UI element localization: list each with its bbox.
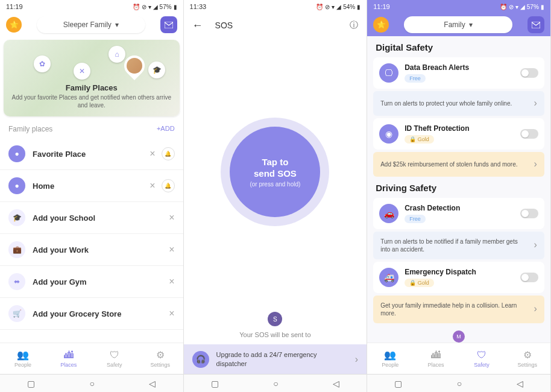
sos-text: Tap tosend SOS — [254, 156, 297, 180]
close-icon[interactable]: × — [169, 276, 174, 287]
bell-icon[interactable]: 🔔 — [162, 179, 175, 192]
family-selector[interactable]: Sleeper Family ▾ — [37, 16, 145, 33]
add-place-button[interactable]: +ADD — [157, 125, 175, 133]
alarm-icon: ⏰ — [500, 4, 507, 10]
places-content: ✿ ✕ ⌂ 🎓 Family Places Add your favorite … — [0, 36, 183, 343]
pin-icon: ● — [8, 177, 25, 194]
place-row-grocery[interactable]: 🛒 Add your Grocery Store × — [0, 298, 183, 330]
headset-icon: 🎧 — [192, 351, 209, 368]
section-label: Family places — [8, 125, 52, 133]
toggle-switch[interactable] — [520, 129, 538, 139]
messages-button[interactable] — [160, 16, 177, 33]
place-label: Favorite Place — [33, 150, 142, 159]
upgrade-text: Upgrade to add a 24/7 emergency dispatch… — [216, 350, 348, 368]
place-label: Add your Work — [33, 245, 162, 254]
nav-safety[interactable]: 🛡Safety — [459, 343, 505, 374]
status-bar: 11:19 ⏰ ⊘ ▾ ◢ 57% ▮ — [367, 0, 550, 13]
home-button[interactable]: ○ — [457, 379, 462, 388]
nav-places[interactable]: 🏙Places — [413, 343, 459, 374]
messages-button[interactable] — [527, 16, 544, 33]
recipient-avatar: S — [268, 312, 282, 326]
back-button[interactable]: ◁ — [333, 379, 339, 388]
map-card[interactable]: ✿ ✕ ⌂ 🎓 Family Places Add your favorite … — [4, 40, 180, 116]
section-header: Family places +ADD — [0, 120, 183, 138]
badge-free: Free — [405, 74, 426, 83]
nav-safety[interactable]: 🛡Safety — [92, 343, 137, 374]
work-icon: 💼 — [8, 241, 25, 258]
nav-people[interactable]: 👥People — [0, 343, 46, 374]
feature-id-theft[interactable]: ◉ ID Theft Protection 🔒 Gold — [373, 118, 544, 150]
places-icon: 🏙 — [431, 350, 441, 361]
banner-breach[interactable]: Turn on alerts to protect your whole fam… — [373, 91, 544, 116]
close-icon[interactable]: × — [169, 244, 174, 255]
ambulance-icon: 🚑 — [379, 268, 398, 287]
back-button[interactable]: ◁ — [517, 379, 523, 388]
feature-data-breach[interactable]: 🖵 Data Breach Alerts Free — [373, 57, 544, 89]
mail-icon — [532, 22, 540, 28]
place-row-home[interactable]: ● Home ×🔔 — [0, 170, 183, 202]
battery-text: 57% — [160, 4, 172, 10]
bell-icon[interactable]: 🔔 — [162, 147, 175, 160]
back-arrow-button[interactable]: ← — [192, 19, 203, 32]
wifi-icon: ▾ — [515, 4, 518, 10]
family-name: Sleeper Family — [63, 21, 112, 29]
home-button[interactable]: ○ — [273, 379, 278, 388]
signal-icon: ◢ — [520, 4, 525, 10]
status-bar: 11:33 ⏰ ⊘ ▾ ◢ 54% ▮ — [184, 0, 367, 13]
nav-settings[interactable]: ⚙Settings — [137, 343, 183, 374]
back-button[interactable]: ◁ — [149, 379, 156, 388]
chevron-right-icon: › — [534, 158, 537, 171]
recent-apps-button[interactable]: ▢ — [394, 379, 402, 388]
place-label: Home — [33, 182, 142, 191]
toggle-switch[interactable] — [520, 273, 538, 282]
banner-theft[interactable]: Add $25k reimbursement of stolen funds a… — [373, 152, 544, 177]
banner-crash[interactable]: Turn on alerts to be notified if a famil… — [373, 232, 544, 259]
sent-to-text: Your SOS will be sent to — [190, 331, 361, 338]
gear-icon: ⚙ — [156, 349, 165, 361]
place-row-school[interactable]: 🎓 Add your School × — [0, 202, 183, 234]
sos-footer: S Your SOS will be sent to — [184, 306, 367, 344]
recent-apps-button[interactable]: ▢ — [211, 379, 219, 388]
page-title: SOS — [215, 21, 338, 30]
nav-people[interactable]: 👥People — [367, 343, 413, 374]
close-icon[interactable]: × — [169, 308, 174, 319]
chevron-right-icon: › — [534, 97, 537, 110]
car-icon: 🚗 — [379, 204, 398, 223]
close-icon[interactable]: × — [150, 180, 155, 191]
close-icon[interactable]: × — [150, 148, 155, 159]
sos-button-outer: Tap tosend SOS (or press and hold) — [221, 118, 329, 226]
safety-content: Digital Safety 🖵 Data Breach Alerts Free… — [367, 36, 550, 343]
toggle-switch[interactable] — [520, 68, 538, 78]
dnd-icon: ⊘ — [325, 4, 330, 10]
upgrade-banner[interactable]: 🎧 Upgrade to add a 24/7 emergency dispat… — [184, 344, 367, 374]
banner-dispatch[interactable]: Get your family immediate help in a coll… — [373, 296, 544, 323]
family-selector[interactable]: Family ▾ — [404, 16, 512, 33]
nav-places[interactable]: 🏙Places — [46, 343, 92, 374]
map-subtitle: Add your favorite Places and get notifie… — [8, 93, 175, 109]
close-icon[interactable]: × — [169, 212, 174, 223]
grocery-icon: 🛒 — [8, 305, 25, 322]
premium-badge-button[interactable]: ⭐ — [6, 17, 22, 33]
sos-button[interactable]: Tap tosend SOS (or press and hold) — [230, 127, 320, 217]
place-row-favorite[interactable]: ● Favorite Place ×🔔 — [0, 138, 183, 170]
android-nav-bar: ▢ ○ ◁ — [0, 374, 183, 392]
app-header: ⭐ Family ▾ — [367, 13, 550, 36]
place-row-work[interactable]: 💼 Add your Work × — [0, 234, 183, 266]
place-row-gym[interactable]: ⬌ Add your Gym × — [0, 266, 183, 298]
member-avatar[interactable]: M — [453, 330, 465, 343]
status-icons: ⏰ ⊘ ▾ ◢ 54% ▮ — [316, 4, 361, 10]
premium-badge-button[interactable]: ⭐ — [373, 17, 389, 33]
nav-settings[interactable]: ⚙Settings — [505, 343, 550, 374]
section-driving-safety: Driving Safety — [367, 177, 550, 195]
info-icon[interactable]: ⓘ — [350, 20, 358, 31]
feature-crash[interactable]: 🚗 Crash Detection Free — [373, 198, 544, 229]
people-icon: 👥 — [384, 349, 396, 361]
family-name: Family — [444, 21, 465, 29]
feature-dispatch[interactable]: 🚑 Emergency Dispatch 🔒 Gold — [373, 262, 544, 293]
dnd-icon: ⊘ — [509, 4, 514, 10]
pin-school-icon: 🎓 — [148, 62, 165, 78]
home-button[interactable]: ○ — [90, 379, 95, 388]
chevron-down-icon: ▾ — [115, 21, 119, 29]
recent-apps-button[interactable]: ▢ — [27, 379, 35, 388]
toggle-switch[interactable] — [520, 209, 538, 218]
